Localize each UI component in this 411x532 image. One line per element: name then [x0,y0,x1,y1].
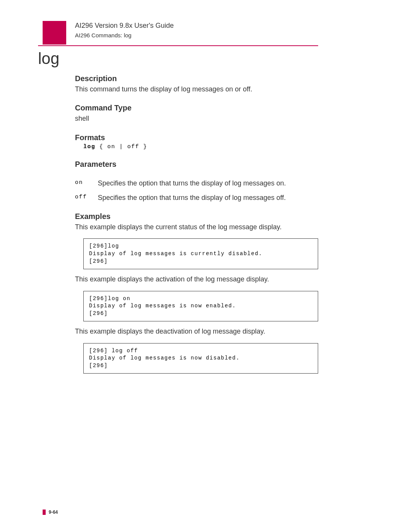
description-heading: Description [75,74,318,83]
param-row: on Specifies the option that turns the d… [75,179,318,188]
header-subtitle: AI296 Commands: log [75,32,174,38]
param-desc: Specifies the option that turns the disp… [98,179,286,188]
example-code: [296]log on Display of log messages is n… [89,295,312,318]
formats-cmd: log [83,144,96,150]
example-intro: This example displays the deactivation o… [75,327,318,336]
command-type-text: shell [75,114,318,123]
example-intro: This example displays the current status… [75,222,318,232]
page-title: log [38,50,59,68]
examples-heading: Examples [75,212,318,221]
param-row: off Specifies the option that turns the … [75,193,318,202]
formats-args: { on | off } [96,144,148,150]
header-accent-block [43,21,66,45]
example-code-box: [296] log off Display of log messages is… [83,343,318,374]
example-code: [296]log Display of log messages is curr… [89,243,312,265]
example-code-box: [296]log Display of log messages is curr… [83,238,318,269]
header-text-block: AI296 Version 9.8x User's Guide AI296 Co… [75,22,174,38]
header-rule [38,45,318,46]
param-name: off [75,193,98,202]
content-area: Description This command turns the displ… [75,74,318,376]
example-code: [296] log off Display of log messages is… [89,347,312,370]
page-container: AI296 Version 9.8x User's Guide AI296 Co… [0,0,411,532]
formats-heading: Formats [75,133,318,142]
description-text: This command turns the display of log me… [75,85,318,94]
footer: 9-64 [43,510,58,515]
example-intro: This example displays the activation of … [75,275,318,284]
command-type-heading: Command Type [75,104,318,112]
param-desc: Specifies the option that turns the disp… [98,193,286,202]
parameters-table: on Specifies the option that turns the d… [75,179,318,203]
param-name: on [75,179,98,188]
formats-code: log { on | off } [83,144,318,150]
parameters-heading: Parameters [75,160,318,169]
example-code-box: [296]log on Display of log messages is n… [83,291,318,322]
page-number: 9-64 [49,510,58,515]
footer-accent-block [43,510,46,515]
header-title: AI296 Version 9.8x User's Guide [75,22,174,30]
